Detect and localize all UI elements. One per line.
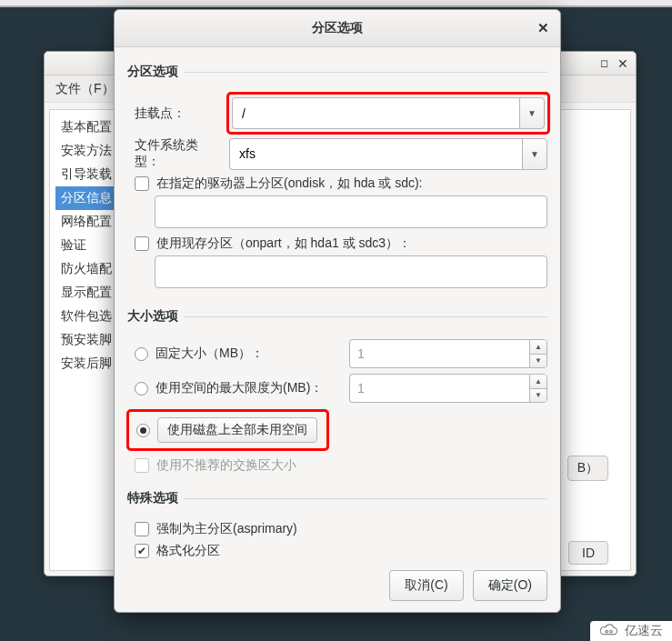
mount-combo[interactable]: ▼: [232, 97, 545, 129]
fs-combo[interactable]: ▼: [229, 138, 547, 170]
onpart-checkbox[interactable]: [135, 236, 149, 251]
section-special-legend: 特殊选项: [127, 490, 184, 506]
fs-label: 文件系统类型：: [127, 137, 222, 170]
chevron-up-icon[interactable]: ▲: [530, 340, 547, 355]
ondisk-input[interactable]: [155, 195, 547, 228]
close-icon[interactable]: ✕: [537, 20, 549, 36]
swap-checkbox: [135, 458, 149, 473]
ondisk-label: 在指定的驱动器上分区(ondisk，如 hda 或 sdc):: [156, 175, 423, 192]
cancel-button[interactable]: 取消(C): [389, 570, 463, 601]
onpart-label: 使用现存分区（onpart，如 hda1 或 sdc3）：: [156, 235, 411, 252]
section-partition-legend: 分区选项: [127, 64, 184, 80]
format-checkbox[interactable]: [135, 544, 149, 558]
mount-input[interactable]: [232, 97, 519, 129]
parent-id-button[interactable]: ID: [568, 541, 608, 565]
dialog-title: 分区选项: [312, 20, 363, 36]
parent-side-button[interactable]: B）: [567, 456, 608, 481]
mount-highlight: ▼: [229, 95, 547, 132]
svg-point-1: [610, 630, 613, 633]
dialog-footer: 取消(C) 确定(O): [127, 570, 547, 601]
max-spin[interactable]: ▲ ▼: [349, 374, 547, 403]
section-partition: 分区选项 挂载点： ▼ 文件系统类型： ▼ 在指定: [127, 64, 547, 295]
dialog-titlebar: 分区选项 ✕: [115, 10, 560, 47]
partition-dialog: 分区选项 ✕ 分区选项 挂载点： ▼ 文件系统类型： ▼: [114, 9, 561, 613]
desktop-topbar: [0, 0, 672, 7]
onpart-input[interactable]: [155, 255, 547, 288]
asprimary-label: 强制为主分区(asprimary): [156, 521, 297, 537]
asprimary-row[interactable]: 强制为主分区(asprimary): [135, 521, 547, 537]
chevron-up-icon[interactable]: ▲: [530, 375, 547, 389]
watermark: 亿速云: [590, 621, 672, 641]
radio-all-highlight: 使用磁盘上全部未用空间: [129, 412, 326, 448]
section-special: 特殊选项 强制为主分区(asprimary) 格式化分区: [127, 490, 547, 563]
swap-row: 使用不推荐的交换区大小: [135, 457, 547, 474]
radio-all-label: 使用磁盘上全部未用空间: [157, 417, 317, 443]
fixed-spin[interactable]: ▲ ▼: [349, 339, 547, 368]
asprimary-checkbox[interactable]: [135, 522, 149, 536]
max-spin-input[interactable]: [349, 374, 529, 403]
chevron-down-icon[interactable]: ▼: [530, 389, 547, 403]
watermark-text: 亿速云: [625, 623, 663, 639]
cloud-icon: [597, 624, 619, 638]
fs-input[interactable]: [229, 138, 522, 170]
section-size-legend: 大小选项: [127, 308, 184, 325]
format-label: 格式化分区: [156, 543, 220, 559]
radio-all[interactable]: [136, 424, 150, 437]
onpart-row[interactable]: 使用现存分区（onpart，如 hda1 或 sdc3）：: [135, 235, 547, 252]
ondisk-checkbox[interactable]: [135, 176, 149, 191]
svg-point-0: [606, 630, 608, 633]
chevron-down-icon[interactable]: ▼: [530, 355, 547, 368]
chevron-down-icon[interactable]: ▼: [519, 97, 545, 129]
fixed-spin-input[interactable]: [349, 339, 529, 368]
radio-max-label: 使用空间的最大限度为(MB)：: [155, 380, 323, 396]
maximize-icon[interactable]: ◻: [600, 57, 608, 69]
mount-label: 挂载点：: [127, 105, 222, 122]
ok-button[interactable]: 确定(O): [473, 570, 547, 601]
swap-label: 使用不推荐的交换区大小: [156, 457, 296, 474]
ondisk-row[interactable]: 在指定的驱动器上分区(ondisk，如 hda 或 sdc):: [135, 175, 547, 192]
close-icon[interactable]: ✕: [617, 56, 628, 71]
menu-file[interactable]: 文件（F）: [50, 78, 120, 100]
radio-fixed-label: 固定大小（MB）：: [155, 346, 264, 362]
format-row[interactable]: 格式化分区: [135, 543, 547, 559]
radio-max[interactable]: [135, 382, 148, 396]
section-size: 大小选项 固定大小（MB）： ▲ ▼ 使用空间的最大限度为(MB)：: [127, 308, 547, 477]
radio-fixed[interactable]: [135, 347, 148, 361]
chevron-down-icon[interactable]: ▼: [522, 138, 547, 170]
